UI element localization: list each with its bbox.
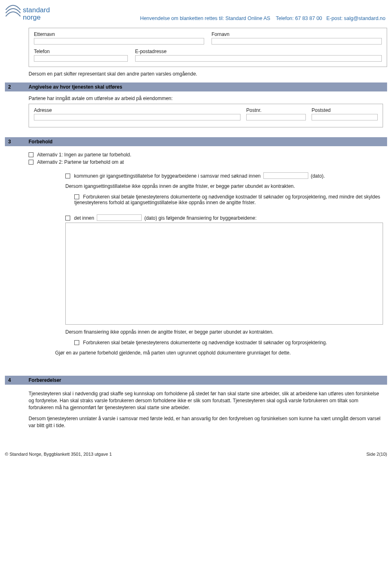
checkbox-forbruker2[interactable] [74, 340, 79, 345]
kommune-text: kommunen gir igangsettingstillatelse for… [74, 173, 261, 179]
label-poststed: Poststed [312, 107, 378, 113]
input-poststed[interactable] [312, 114, 378, 120]
kommune-para: Dersom igangsettingstillatelse ikke oppn… [65, 183, 383, 190]
textarea-finansiering[interactable] [65, 223, 383, 325]
checkbox-forbruker1[interactable] [74, 194, 79, 199]
finans-para: Dersom finansiering ikke oppnås innen de… [65, 329, 383, 336]
label-epost: E-postadresse [135, 49, 382, 54]
section1-note: Dersom en part skifter representant skal… [29, 71, 387, 77]
email-value: salg@standard.no [344, 16, 385, 21]
kommune-dato-suffix: (dato). [311, 173, 325, 179]
checkbox-alt1[interactable] [29, 152, 33, 157]
forbruker2-text: Forbrukeren skal betale tjenesteyterens … [83, 340, 327, 345]
phone-value: 67 83 87 00 [295, 16, 322, 21]
section2-title: Angivelse av hvor tjenesten skal utføres [21, 84, 122, 90]
logo-text-bottom: norge [23, 13, 40, 21]
section4-p1: Tjenesteyteren skal i nødvendig grad ska… [29, 390, 383, 411]
checkbox-detinnen[interactable] [65, 216, 70, 221]
alt1-label: Alternativ 1: Ingen av partene tar forbe… [37, 152, 131, 158]
footer-right: Side 2(10) [366, 452, 387, 457]
input-kommune-dato[interactable] [263, 172, 308, 179]
header-contact: Henvendelse om blanketten rettes til: St… [56, 4, 387, 21]
checkbox-alt2[interactable] [29, 160, 33, 165]
email-label: E-post: [326, 16, 343, 21]
input-fornavn[interactable] [212, 38, 382, 45]
input-detinnen-dato[interactable] [97, 214, 142, 221]
section2-header: 2 Angivelse av hvor tjenesten skal utfør… [5, 82, 387, 91]
section3-closing: Gjør en av partene forbehold gjeldende, … [55, 350, 383, 357]
address-box: Adresse Postnr. Poststed [29, 104, 383, 127]
input-telefon[interactable] [34, 55, 128, 62]
section4-header: 4 Forberedelser [5, 376, 387, 385]
section3-header: 3 Forbehold [5, 137, 387, 146]
label-telefon: Telefon [34, 49, 128, 54]
input-postnr[interactable] [246, 114, 306, 120]
checkbox-kommune[interactable] [65, 174, 70, 178]
label-adresse: Adresse [34, 107, 241, 113]
section4-title: Forberedelser [21, 377, 61, 383]
logo-text-top: standard [23, 6, 50, 14]
brand-logo: standard norge [5, 4, 56, 25]
contact-prefix: Henvendelse om blanketten rettes til: St… [140, 16, 270, 21]
section4-num: 4 [5, 377, 21, 383]
phone-label: Telefon: [276, 16, 294, 21]
input-etternavn[interactable] [34, 38, 204, 45]
section2-intro: Partene har inngått avtale om utførelse … [29, 96, 383, 101]
label-etternavn: Etternavn [34, 31, 204, 37]
input-epost[interactable] [135, 55, 382, 62]
label-fornavn: Fornavn [212, 31, 382, 37]
section3-title: Forbehold [21, 139, 53, 145]
section3-num: 3 [5, 139, 21, 145]
footer-left: © Standard Norge, Byggblankett 3501, 201… [5, 452, 112, 457]
input-adresse[interactable] [34, 114, 241, 120]
section2-num: 2 [5, 84, 21, 90]
forbruker1-text: Forbrukeren skal betale tjenesteyterens … [74, 194, 380, 205]
label-postnr: Postnr. [246, 107, 306, 113]
section4-p2: Dersom tjenesteyteren unnlater å varsle … [29, 415, 383, 429]
detinnen-prefix: det innen [74, 215, 94, 221]
detinnen-suffix: (dato) gis følgende finansiering for byg… [144, 215, 256, 221]
alt2-label: Alternativ 2: Partene tar forbehold om a… [37, 159, 124, 165]
contact-box: Etternavn Fornavn Telefon E-postadresse [29, 28, 387, 67]
